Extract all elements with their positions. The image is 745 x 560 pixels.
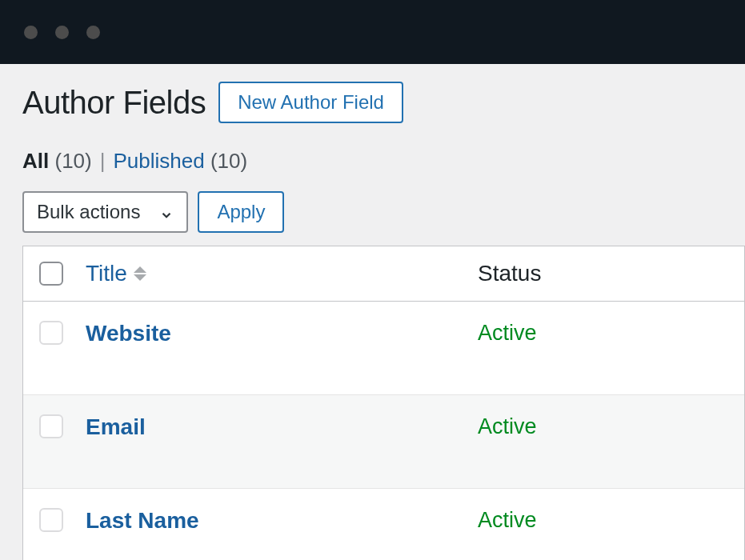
bulk-actions-row: Bulk actions Apply bbox=[22, 191, 745, 233]
column-header-status: Status bbox=[478, 261, 541, 286]
filter-published-label: Published bbox=[113, 149, 204, 173]
filter-all-label: All bbox=[22, 149, 49, 173]
row-status: Active bbox=[478, 508, 537, 533]
row-title-link[interactable]: Website bbox=[86, 321, 171, 346]
fields-table: Title Status Website Active Email Active bbox=[22, 246, 745, 560]
filter-all-count: (10) bbox=[54, 149, 91, 173]
window-control-dot bbox=[24, 26, 38, 39]
table-header: Title Status bbox=[23, 246, 744, 302]
filter-all[interactable]: All (10) bbox=[22, 149, 92, 174]
row-title-cell: Website bbox=[86, 321, 478, 346]
row-title-cell: Last Name bbox=[86, 508, 478, 534]
row-checkbox[interactable] bbox=[39, 321, 63, 345]
column-title-label: Title bbox=[86, 261, 127, 286]
row-checkbox[interactable] bbox=[39, 508, 63, 532]
filter-published-count: (10) bbox=[210, 149, 247, 173]
apply-button[interactable]: Apply bbox=[198, 191, 284, 233]
bulk-actions-select[interactable]: Bulk actions bbox=[22, 191, 188, 233]
filter-links: All (10) | Published (10) bbox=[22, 149, 745, 174]
select-all-checkbox[interactable] bbox=[39, 262, 63, 286]
filter-separator: | bbox=[100, 149, 106, 174]
page-content: Author Fields New Author Field All (10) … bbox=[0, 64, 745, 560]
row-checkbox[interactable] bbox=[39, 414, 63, 438]
row-status: Active bbox=[478, 321, 537, 346]
window-control-dot bbox=[86, 26, 100, 39]
bulk-actions-label: Bulk actions bbox=[37, 201, 140, 223]
table-row: Email Active bbox=[23, 395, 744, 489]
sort-icon bbox=[134, 266, 146, 281]
sort-down-icon bbox=[134, 274, 146, 281]
sort-up-icon bbox=[134, 266, 146, 273]
chevron-down-icon bbox=[159, 205, 174, 219]
page-header: Author Fields New Author Field bbox=[22, 82, 745, 123]
filter-published[interactable]: Published (10) bbox=[113, 149, 247, 174]
page-title: Author Fields bbox=[22, 85, 206, 121]
row-title-link[interactable]: Email bbox=[86, 414, 146, 439]
window-control-dot bbox=[55, 26, 69, 39]
table-row: Website Active bbox=[23, 302, 744, 395]
row-title-link[interactable]: Last Name bbox=[86, 508, 199, 533]
row-title-cell: Email bbox=[86, 414, 478, 440]
column-header-title[interactable]: Title bbox=[86, 261, 478, 286]
window-titlebar bbox=[0, 0, 745, 64]
new-author-field-button[interactable]: New Author Field bbox=[218, 82, 403, 123]
row-status: Active bbox=[478, 414, 537, 439]
table-row: Last Name Active bbox=[23, 489, 744, 560]
